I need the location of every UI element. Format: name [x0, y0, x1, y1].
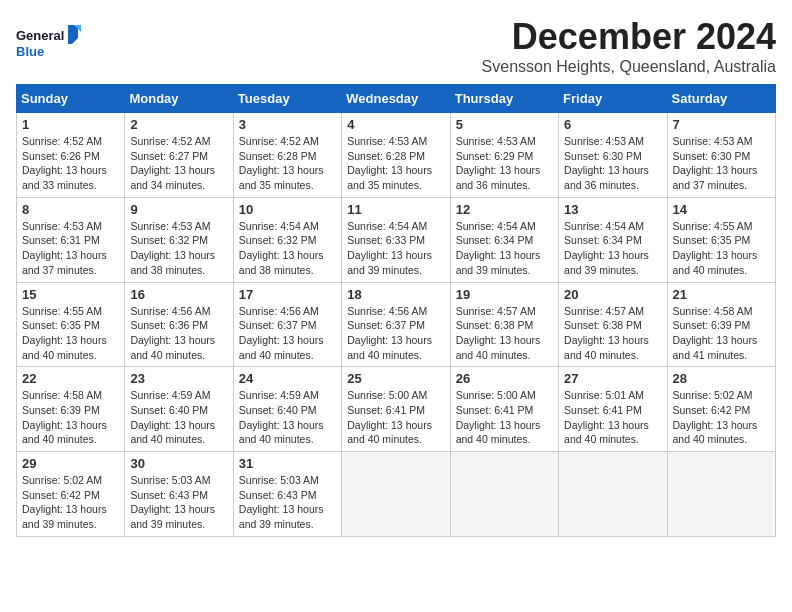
day-number: 9	[130, 202, 227, 217]
day-info: Sunrise: 4:53 AM Sunset: 6:32 PM Dayligh…	[130, 219, 227, 278]
day-number: 10	[239, 202, 336, 217]
day-info: Sunrise: 4:59 AM Sunset: 6:40 PM Dayligh…	[239, 388, 336, 447]
day-info: Sunrise: 4:55 AM Sunset: 6:35 PM Dayligh…	[673, 219, 770, 278]
day-number: 8	[22, 202, 119, 217]
day-number: 3	[239, 117, 336, 132]
table-row: 29Sunrise: 5:02 AM Sunset: 6:42 PM Dayli…	[17, 452, 125, 537]
day-info: Sunrise: 5:00 AM Sunset: 6:41 PM Dayligh…	[456, 388, 553, 447]
table-row: 3Sunrise: 4:52 AM Sunset: 6:28 PM Daylig…	[233, 113, 341, 198]
day-number: 31	[239, 456, 336, 471]
day-number: 25	[347, 371, 444, 386]
day-number: 1	[22, 117, 119, 132]
day-info: Sunrise: 4:57 AM Sunset: 6:38 PM Dayligh…	[456, 304, 553, 363]
day-number: 17	[239, 287, 336, 302]
day-info: Sunrise: 4:57 AM Sunset: 6:38 PM Dayligh…	[564, 304, 661, 363]
table-row: 20Sunrise: 4:57 AM Sunset: 6:38 PM Dayli…	[559, 282, 667, 367]
day-info: Sunrise: 4:59 AM Sunset: 6:40 PM Dayligh…	[130, 388, 227, 447]
day-number: 22	[22, 371, 119, 386]
table-row: 4Sunrise: 4:53 AM Sunset: 6:28 PM Daylig…	[342, 113, 450, 198]
col-header-saturday: Saturday	[667, 85, 775, 113]
table-row: 22Sunrise: 4:58 AM Sunset: 6:39 PM Dayli…	[17, 367, 125, 452]
day-info: Sunrise: 4:53 AM Sunset: 6:30 PM Dayligh…	[564, 134, 661, 193]
table-row: 6Sunrise: 4:53 AM Sunset: 6:30 PM Daylig…	[559, 113, 667, 198]
day-number: 5	[456, 117, 553, 132]
col-header-sunday: Sunday	[17, 85, 125, 113]
day-info: Sunrise: 5:03 AM Sunset: 6:43 PM Dayligh…	[239, 473, 336, 532]
table-row	[450, 452, 558, 537]
day-info: Sunrise: 5:01 AM Sunset: 6:41 PM Dayligh…	[564, 388, 661, 447]
day-info: Sunrise: 4:54 AM Sunset: 6:33 PM Dayligh…	[347, 219, 444, 278]
day-info: Sunrise: 5:00 AM Sunset: 6:41 PM Dayligh…	[347, 388, 444, 447]
day-number: 14	[673, 202, 770, 217]
table-row: 25Sunrise: 5:00 AM Sunset: 6:41 PM Dayli…	[342, 367, 450, 452]
calendar: Sunday Monday Tuesday Wednesday Thursday…	[16, 84, 776, 537]
svg-text:General: General	[16, 28, 64, 43]
table-row: 21Sunrise: 4:58 AM Sunset: 6:39 PM Dayli…	[667, 282, 775, 367]
day-info: Sunrise: 5:03 AM Sunset: 6:43 PM Dayligh…	[130, 473, 227, 532]
day-info: Sunrise: 4:54 AM Sunset: 6:34 PM Dayligh…	[456, 219, 553, 278]
table-row	[667, 452, 775, 537]
table-row: 5Sunrise: 4:53 AM Sunset: 6:29 PM Daylig…	[450, 113, 558, 198]
day-info: Sunrise: 4:53 AM Sunset: 6:31 PM Dayligh…	[22, 219, 119, 278]
svg-marker-2	[68, 25, 78, 44]
table-row: 7Sunrise: 4:53 AM Sunset: 6:30 PM Daylig…	[667, 113, 775, 198]
day-info: Sunrise: 4:52 AM Sunset: 6:27 PM Dayligh…	[130, 134, 227, 193]
table-row: 16Sunrise: 4:56 AM Sunset: 6:36 PM Dayli…	[125, 282, 233, 367]
table-row: 17Sunrise: 4:56 AM Sunset: 6:37 PM Dayli…	[233, 282, 341, 367]
col-header-wednesday: Wednesday	[342, 85, 450, 113]
table-row: 28Sunrise: 5:02 AM Sunset: 6:42 PM Dayli…	[667, 367, 775, 452]
day-number: 16	[130, 287, 227, 302]
table-row: 13Sunrise: 4:54 AM Sunset: 6:34 PM Dayli…	[559, 197, 667, 282]
day-number: 13	[564, 202, 661, 217]
day-number: 12	[456, 202, 553, 217]
table-row: 10Sunrise: 4:54 AM Sunset: 6:32 PM Dayli…	[233, 197, 341, 282]
day-number: 18	[347, 287, 444, 302]
day-info: Sunrise: 4:54 AM Sunset: 6:32 PM Dayligh…	[239, 219, 336, 278]
day-number: 6	[564, 117, 661, 132]
day-info: Sunrise: 4:54 AM Sunset: 6:34 PM Dayligh…	[564, 219, 661, 278]
col-header-thursday: Thursday	[450, 85, 558, 113]
table-row: 15Sunrise: 4:55 AM Sunset: 6:35 PM Dayli…	[17, 282, 125, 367]
day-number: 7	[673, 117, 770, 132]
day-info: Sunrise: 4:52 AM Sunset: 6:28 PM Dayligh…	[239, 134, 336, 193]
day-number: 26	[456, 371, 553, 386]
day-number: 15	[22, 287, 119, 302]
day-number: 23	[130, 371, 227, 386]
col-header-tuesday: Tuesday	[233, 85, 341, 113]
day-info: Sunrise: 4:56 AM Sunset: 6:36 PM Dayligh…	[130, 304, 227, 363]
table-row: 23Sunrise: 4:59 AM Sunset: 6:40 PM Dayli…	[125, 367, 233, 452]
day-info: Sunrise: 4:53 AM Sunset: 6:28 PM Dayligh…	[347, 134, 444, 193]
day-info: Sunrise: 4:58 AM Sunset: 6:39 PM Dayligh…	[673, 304, 770, 363]
table-row: 12Sunrise: 4:54 AM Sunset: 6:34 PM Dayli…	[450, 197, 558, 282]
day-number: 30	[130, 456, 227, 471]
table-row: 26Sunrise: 5:00 AM Sunset: 6:41 PM Dayli…	[450, 367, 558, 452]
table-row: 18Sunrise: 4:56 AM Sunset: 6:37 PM Dayli…	[342, 282, 450, 367]
day-number: 19	[456, 287, 553, 302]
day-info: Sunrise: 4:56 AM Sunset: 6:37 PM Dayligh…	[347, 304, 444, 363]
day-number: 21	[673, 287, 770, 302]
table-row: 2Sunrise: 4:52 AM Sunset: 6:27 PM Daylig…	[125, 113, 233, 198]
day-number: 11	[347, 202, 444, 217]
day-number: 20	[564, 287, 661, 302]
table-row: 30Sunrise: 5:03 AM Sunset: 6:43 PM Dayli…	[125, 452, 233, 537]
location-title: Svensson Heights, Queensland, Australia	[16, 58, 776, 76]
table-row: 11Sunrise: 4:54 AM Sunset: 6:33 PM Dayli…	[342, 197, 450, 282]
table-row: 19Sunrise: 4:57 AM Sunset: 6:38 PM Dayli…	[450, 282, 558, 367]
table-row: 1Sunrise: 4:52 AM Sunset: 6:26 PM Daylig…	[17, 113, 125, 198]
day-info: Sunrise: 4:58 AM Sunset: 6:39 PM Dayligh…	[22, 388, 119, 447]
table-row: 27Sunrise: 5:01 AM Sunset: 6:41 PM Dayli…	[559, 367, 667, 452]
day-info: Sunrise: 4:53 AM Sunset: 6:30 PM Dayligh…	[673, 134, 770, 193]
table-row: 9Sunrise: 4:53 AM Sunset: 6:32 PM Daylig…	[125, 197, 233, 282]
day-number: 27	[564, 371, 661, 386]
table-row	[559, 452, 667, 537]
day-info: Sunrise: 5:02 AM Sunset: 6:42 PM Dayligh…	[22, 473, 119, 532]
day-info: Sunrise: 4:53 AM Sunset: 6:29 PM Dayligh…	[456, 134, 553, 193]
day-number: 4	[347, 117, 444, 132]
table-row	[342, 452, 450, 537]
logo: General Blue	[16, 20, 96, 68]
table-row: 31Sunrise: 5:03 AM Sunset: 6:43 PM Dayli…	[233, 452, 341, 537]
day-info: Sunrise: 4:56 AM Sunset: 6:37 PM Dayligh…	[239, 304, 336, 363]
day-number: 2	[130, 117, 227, 132]
day-number: 29	[22, 456, 119, 471]
table-row: 14Sunrise: 4:55 AM Sunset: 6:35 PM Dayli…	[667, 197, 775, 282]
